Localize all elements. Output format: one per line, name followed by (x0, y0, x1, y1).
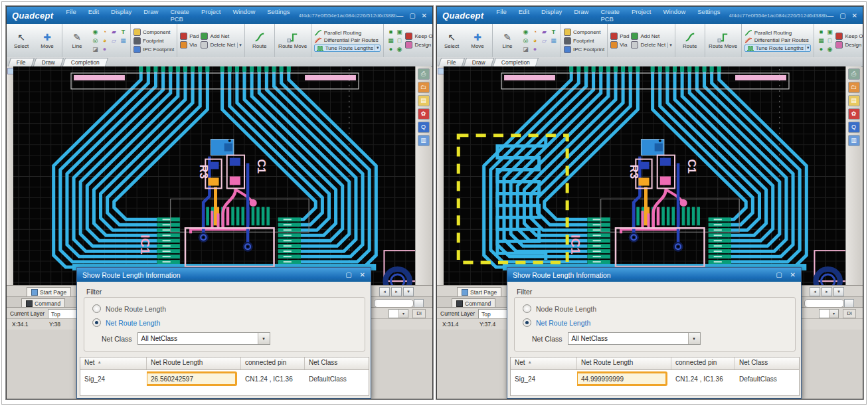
page-icon[interactable]: ▤ (848, 95, 860, 106)
polygon-icon[interactable]: ▰ (540, 28, 549, 36)
folder-icon[interactable]: 🗀 (848, 82, 860, 93)
area-rect2-icon[interactable]: □ (395, 37, 403, 45)
col-net-route-length[interactable]: Net Route Length (147, 357, 241, 369)
tune-route-lengths-button[interactable]: Tune Route Lengths ▾ (744, 45, 812, 52)
minimize-icon[interactable]: — (396, 12, 403, 19)
node-route-length-radio[interactable]: Node Route Length (92, 304, 166, 313)
menu-draw[interactable]: Draw (137, 8, 164, 23)
col-connected-pin[interactable]: connected pin (241, 357, 305, 369)
add-net-button[interactable]: Add Net (201, 33, 241, 40)
area-square-icon[interactable]: ■ (387, 28, 394, 36)
close-icon[interactable]: ✕ (852, 12, 857, 19)
close-icon[interactable]: ✕ (422, 12, 427, 19)
design-rule-area-button[interactable]: Design Rule Area ▾ (835, 41, 863, 49)
area-rect2-icon[interactable]: □ (825, 37, 833, 45)
tab-file[interactable]: File (438, 58, 465, 66)
keep-out-area-button[interactable]: Keep Out Area ▾ (405, 33, 432, 40)
select-button[interactable]: ↖ Select (440, 32, 464, 49)
menu-display[interactable]: Display (535, 8, 568, 23)
page-icon[interactable]: ▤ (418, 95, 430, 106)
fill-icon[interactable]: ◪ (521, 45, 530, 53)
mini-select[interactable]: ▾ (819, 309, 839, 318)
close-icon[interactable]: ✕ (360, 271, 365, 278)
differential-pair-button[interactable]: Differential Pair Routes (314, 37, 381, 43)
layers-icon[interactable]: ✿ (848, 108, 860, 120)
menu-file[interactable]: File (60, 8, 82, 23)
parallel-routing-button[interactable]: Parallel Routing (314, 30, 381, 36)
folder-icon[interactable]: 🗀 (418, 82, 430, 93)
route-button[interactable]: Route (248, 32, 272, 49)
chevron-down-icon[interactable]: ▾ (237, 43, 242, 48)
arc-icon[interactable]: ◔ (100, 28, 109, 36)
col-net[interactable]: Net▲ (80, 357, 147, 369)
col-net[interactable]: Net▲ (511, 357, 577, 369)
add-net-button[interactable]: Add Net (631, 33, 671, 40)
maximize-icon[interactable]: ▢ (839, 12, 845, 19)
route-move-button[interactable]: Route Move (708, 32, 738, 49)
dialog-title-bar[interactable]: Show Route Length Information ▢ ✕ (77, 268, 371, 282)
menu-window[interactable]: Window (657, 8, 691, 23)
ipc-footprint-button[interactable]: IPC Footprint (564, 46, 604, 53)
scroll-down-icon[interactable]: ▾ (403, 287, 414, 296)
area-ring-icon[interactable]: ◉ (395, 45, 403, 53)
menu-settings[interactable]: Settings (261, 8, 296, 23)
menu-window[interactable]: Window (226, 8, 261, 23)
area-rect-icon[interactable]: ▦ (817, 37, 825, 45)
sheet-icon[interactable]: ▥ (848, 135, 860, 146)
ipc-footprint-button[interactable]: IPC Footprint (133, 46, 174, 53)
ring-icon[interactable]: ◎ (91, 37, 100, 45)
text-icon[interactable]: T (119, 28, 128, 36)
route-length-table[interactable]: Net▲ Net Route Length connected pin Net … (510, 357, 800, 396)
menu-create-pcb[interactable]: Create PCB (164, 8, 195, 23)
differential-pair-button[interactable]: Differential Pair Routes (744, 37, 812, 43)
menu-draw[interactable]: Draw (568, 8, 594, 23)
mini-select[interactable]: ▾ (389, 309, 408, 318)
route-length-table[interactable]: Net▲ Net Route Length connected pin Net … (80, 357, 369, 396)
design-rule-area-button[interactable]: Design Rule Area ▾ (405, 41, 432, 49)
chevron-down-icon[interactable]: ▾ (667, 43, 672, 48)
table-row[interactable]: Sig_24 26.560242597 CN1.24 , IC1.36 Defa… (80, 370, 369, 387)
polygon-icon[interactable]: ▰ (110, 28, 118, 36)
minimize-icon[interactable]: — (827, 12, 833, 19)
area-square2-icon[interactable]: ▣ (825, 28, 833, 36)
tab-start-page[interactable]: Start Page (457, 287, 501, 297)
dot-icon[interactable]: ● (100, 45, 109, 53)
menu-project[interactable]: Project (626, 8, 657, 23)
parallel-routing-button[interactable]: Parallel Routing (744, 30, 812, 36)
dialog-title-bar[interactable]: Show Route Length Information ▢ ✕ (507, 268, 801, 282)
scroll-left-icon[interactable]: ◂ (810, 287, 820, 296)
close-icon[interactable]: ✕ (790, 271, 796, 278)
col-net-class[interactable]: Net Class (735, 357, 799, 369)
circle-icon[interactable]: ◉ (521, 28, 530, 36)
area-rect-icon[interactable]: ▦ (387, 37, 394, 45)
arc-icon[interactable]: ◔ (531, 28, 539, 36)
menu-settings[interactable]: Settings (691, 8, 726, 23)
pcb-canvas[interactable]: R3 C1 IC1 (13, 66, 416, 285)
net-class-select[interactable]: All NetClass ▾ (137, 332, 270, 345)
area-ring-icon[interactable]: ◉ (825, 45, 833, 53)
area-shape-icons[interactable]: ■▣ ▦□ ●◉ (817, 28, 833, 53)
node-route-length-radio[interactable]: Node Route Length (523, 304, 596, 313)
maximize-icon[interactable]: ▢ (776, 271, 782, 278)
draw-shape-icons[interactable]: ◉ ◔ ▰ T ◎ ◕ ▱ ▦ ◪ ● (91, 28, 128, 53)
route-button[interactable]: Route (678, 32, 702, 49)
pie-icon[interactable]: ◕ (100, 37, 109, 45)
via-button[interactable]: Via (610, 41, 629, 49)
chevron-down-icon[interactable]: ▾ (375, 45, 379, 51)
scroll-left-icon[interactable]: ◂ (379, 287, 390, 296)
net-route-length-radio[interactable]: Net Route Length (92, 318, 160, 327)
col-connected-pin[interactable]: connected pin (671, 357, 735, 369)
route-move-button[interactable]: Route Move (278, 32, 308, 49)
image-icon[interactable]: ▦ (549, 37, 558, 45)
print-icon[interactable]: ⎙ (418, 68, 430, 80)
tab-draw[interactable]: Draw (33, 58, 64, 66)
move-button[interactable]: ✚ Move (466, 32, 489, 49)
rect-icon[interactable]: ▱ (110, 37, 118, 45)
sheet-icon[interactable]: ▥ (418, 135, 430, 146)
delete-net-button[interactable]: Delete Net ▾ (631, 41, 671, 49)
footprint-button[interactable]: Footprint (564, 37, 604, 45)
maximize-icon[interactable]: ▢ (409, 12, 415, 19)
area-circle-icon[interactable]: ● (817, 45, 825, 53)
scroll-right-icon[interactable]: ▸ (822, 287, 832, 296)
component-button[interactable]: Component (564, 29, 604, 36)
